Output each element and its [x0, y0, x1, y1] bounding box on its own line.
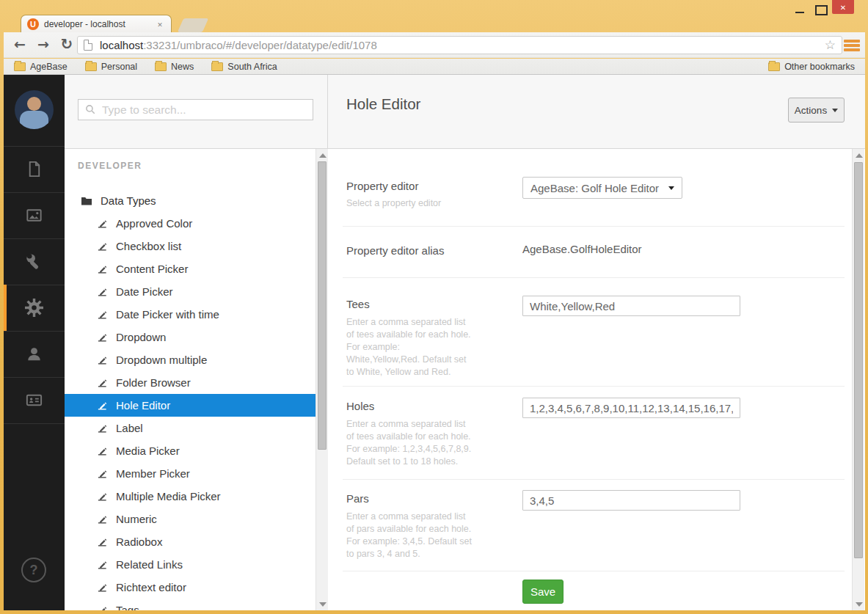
tree-item-date-picker[interactable]: Date Picker: [65, 280, 328, 303]
datatype-icon: [97, 468, 108, 479]
field-desc-tees: Enter a comma separated list of tees ava…: [346, 316, 515, 379]
umbraco-favicon-icon: U: [27, 18, 39, 30]
chevron-down-icon: [832, 109, 838, 112]
bookmarks-bar: AgeBase Personal News South Africa Other…: [4, 59, 865, 74]
chevron-down-icon: [668, 186, 674, 190]
actions-button[interactable]: Actions: [788, 98, 845, 123]
help-button[interactable]: ?: [21, 558, 46, 582]
minimize-button[interactable]: [791, 6, 809, 15]
reload-icon[interactable]: [57, 34, 76, 54]
tree-item-multiple-media-picker[interactable]: Multiple Media Picker: [65, 485, 328, 508]
forward-icon[interactable]: [34, 34, 53, 54]
back-icon[interactable]: [10, 34, 29, 54]
tree-panel: DEVELOPER Data Types Approved Color Chec…: [65, 75, 328, 610]
tree-item-related-links[interactable]: Related Links: [65, 553, 328, 576]
search-icon: [85, 104, 96, 115]
url-path: :33231/umbraco/#/developer/datatype/edit…: [143, 39, 377, 51]
datatype-icon: [97, 400, 108, 411]
property-editor-select[interactable]: AgeBase: Golf Hole Editor: [522, 177, 682, 199]
sidebar-item-users[interactable]: [4, 331, 65, 377]
folder-icon: [768, 62, 780, 71]
tree-item-dropdown[interactable]: Dropdown: [65, 326, 328, 348]
tree-item-date-picker-with-time[interactable]: Date Picker with time: [65, 303, 328, 326]
tab-title: developer - localhost: [44, 19, 155, 29]
scroll-up-icon[interactable]: [319, 153, 327, 158]
scroll-down-icon[interactable]: [856, 602, 863, 607]
datatype-icon: [97, 332, 108, 343]
maximize-button[interactable]: [812, 4, 829, 15]
datatype-icon: [97, 218, 108, 229]
chrome-menu-icon[interactable]: [844, 40, 860, 51]
new-tab-button[interactable]: [178, 18, 208, 32]
divider: [343, 571, 845, 571]
user-avatar[interactable]: [15, 90, 54, 129]
tab-close-icon[interactable]: [155, 19, 165, 29]
tree-item-richtext-editor[interactable]: Richtext editor: [65, 576, 328, 599]
search-box[interactable]: [78, 99, 313, 120]
editor-scrollbar[interactable]: [852, 149, 864, 610]
address-bar[interactable]: localhost:33231/umbraco/#/developer/data…: [77, 36, 842, 54]
bookmark-personal[interactable]: Personal: [85, 62, 137, 72]
datatype-icon: [97, 263, 108, 274]
sidebar-item-developer[interactable]: [4, 285, 65, 331]
tree-item-numeric[interactable]: Numeric: [65, 508, 328, 530]
scroll-down-icon[interactable]: [319, 602, 327, 607]
datatype-icon: [97, 377, 108, 388]
bookmark-south-africa[interactable]: South Africa: [211, 62, 277, 72]
bookmark-news[interactable]: News: [155, 62, 194, 72]
folder-icon: [81, 195, 92, 207]
datatype-icon: [97, 241, 108, 252]
app-sidebar: ?: [4, 75, 65, 610]
gear-icon: [24, 298, 44, 318]
close-window-button[interactable]: [832, 0, 854, 14]
datatype-icon: [97, 536, 108, 547]
bookmark-star-icon[interactable]: [825, 37, 836, 54]
tree-item-hole-editor[interactable]: Hole Editor: [65, 394, 328, 417]
search-input[interactable]: [102, 103, 306, 117]
datatype-icon: [97, 582, 108, 593]
active-section-indicator: [4, 285, 7, 331]
tree-item-media-picker[interactable]: Media Picker: [65, 439, 328, 462]
datatype-icon: [97, 559, 108, 570]
tree-item-member-picker[interactable]: Member Picker: [65, 462, 328, 485]
url-text[interactable]: localhost:33231/umbraco/#/developer/data…: [100, 39, 825, 51]
tree-item-dropdown-multiple[interactable]: Dropdown multiple: [65, 348, 328, 371]
bookmark-agebase[interactable]: AgeBase: [14, 62, 68, 72]
field-desc-pars: Enter a comma separated list of pars ava…: [346, 511, 515, 560]
sidebar-item-members[interactable]: [4, 377, 65, 423]
browser-toolbar: localhost:33231/umbraco/#/developer/data…: [4, 32, 865, 58]
datatype-icon: [97, 354, 108, 365]
editor-scrollbar-thumb[interactable]: [854, 162, 863, 558]
editor-panel: Hole Editor Actions Property editor Sele…: [328, 75, 865, 610]
tree-item-folder-browser[interactable]: Folder Browser: [65, 371, 328, 394]
other-bookmarks[interactable]: Other bookmarks: [768, 62, 855, 72]
tree-item-tags[interactable]: Tags: [65, 599, 328, 610]
tree-scrollbar-thumb[interactable]: [318, 161, 327, 450]
tree-scrollbar[interactable]: [316, 149, 328, 610]
scroll-up-icon[interactable]: [856, 153, 863, 158]
browser-tab[interactable]: U developer - localhost: [21, 15, 172, 32]
image-icon: [24, 205, 44, 225]
tree-item-checkbox-list[interactable]: Checkbox list: [65, 235, 328, 257]
tree-item-approved-color[interactable]: Approved Color: [65, 212, 328, 235]
folder-icon: [155, 62, 167, 71]
field-label-holes: Holes: [346, 400, 374, 412]
tree-item-radiobox[interactable]: Radiobox: [65, 530, 328, 553]
page-title: Hole Editor: [346, 95, 420, 113]
sidebar-item-media[interactable]: [4, 192, 65, 238]
pars-input[interactable]: [522, 490, 740, 511]
save-button[interactable]: Save: [522, 580, 564, 604]
sidebar-item-content[interactable]: [4, 146, 65, 192]
tree-item-data-types[interactable]: Data Types: [65, 189, 328, 212]
tree-item-content-picker[interactable]: Content Picker: [65, 257, 328, 280]
sidebar-item-settings[interactable]: [4, 238, 65, 285]
umbraco-app: ? DEVELOPER Data Types: [4, 74, 865, 610]
tree-item-label[interactable]: Label: [65, 417, 328, 439]
holes-input[interactable]: [522, 398, 740, 418]
folder-icon: [14, 62, 26, 71]
field-desc-holes: Enter a comma separated list of tees ava…: [346, 418, 515, 468]
datatype-icon: [97, 445, 108, 456]
page-icon: [84, 40, 92, 51]
user-icon: [24, 344, 44, 364]
tees-input[interactable]: [522, 296, 740, 316]
